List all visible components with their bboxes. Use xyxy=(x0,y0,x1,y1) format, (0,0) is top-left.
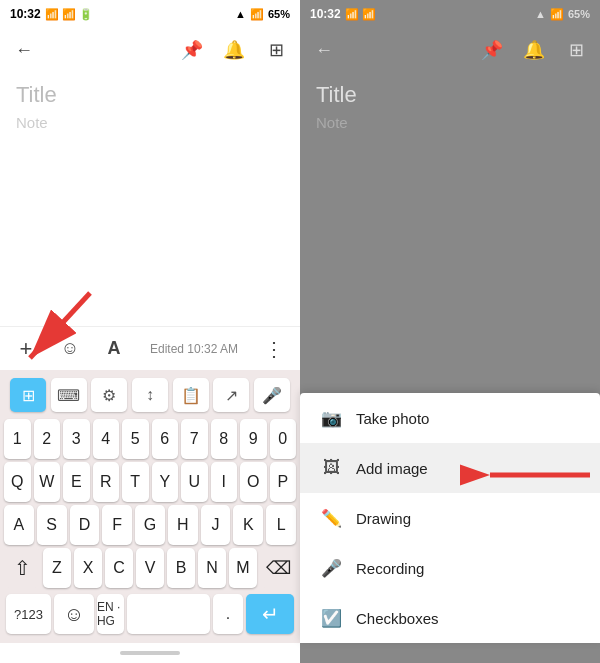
delete-key[interactable]: ⌫ xyxy=(260,548,296,588)
key-j[interactable]: J xyxy=(201,505,231,545)
menu-item-add-image[interactable]: 🖼 Add image xyxy=(300,443,600,493)
right-toolbar: ← 📌 🔔 ⊞ xyxy=(300,28,600,72)
key-4[interactable]: 4 xyxy=(93,419,120,459)
key-1[interactable]: 1 xyxy=(4,419,31,459)
left-note-content: Title Note xyxy=(0,72,300,326)
back-button[interactable]: ← xyxy=(10,36,38,64)
key-u[interactable]: U xyxy=(181,462,208,502)
key-a[interactable]: A xyxy=(4,505,34,545)
key-9[interactable]: 9 xyxy=(240,419,267,459)
keyboard-resize-icon[interactable]: ↕ xyxy=(132,378,168,412)
key-i[interactable]: I xyxy=(211,462,238,502)
keyboard-grid-icon[interactable]: ⊞ xyxy=(10,378,46,412)
emoji-button[interactable]: ☺ xyxy=(56,335,84,363)
more-options-button[interactable]: ⊞ xyxy=(262,36,290,64)
handle-bar xyxy=(120,651,180,655)
left-note-toolbar: + ☺ A Edited 10:32 AM ⋮ xyxy=(0,326,300,370)
enter-key[interactable]: ↵ xyxy=(246,594,294,634)
right-status-icons: 📶 📶 xyxy=(345,8,376,21)
key-x[interactable]: X xyxy=(74,548,102,588)
key-v[interactable]: V xyxy=(136,548,164,588)
num-key[interactable]: ?123 xyxy=(6,594,51,634)
key-g[interactable]: G xyxy=(135,505,165,545)
right-note-body: Note xyxy=(316,114,584,131)
pin-button[interactable]: 📌 xyxy=(178,36,206,64)
menu-item-checkboxes[interactable]: ☑️ Checkboxes xyxy=(300,593,600,643)
recording-icon: 🎤 xyxy=(320,557,342,579)
add-image-icon: 🖼 xyxy=(320,457,342,479)
left-panel: 10:32 📶 📶 🔋 ▲ 📶 65% ← 📌 🔔 ⊞ Title Note xyxy=(0,0,300,663)
checkboxes-icon: ☑️ xyxy=(320,607,342,629)
key-p[interactable]: P xyxy=(270,462,297,502)
key-c[interactable]: C xyxy=(105,548,133,588)
left-time: 10:32 xyxy=(10,7,41,21)
text-format-button[interactable]: A xyxy=(100,335,128,363)
key-o[interactable]: O xyxy=(240,462,267,502)
key-5[interactable]: 5 xyxy=(122,419,149,459)
lang-key[interactable]: EN · HG xyxy=(97,594,125,634)
left-note-toolbar-left: + ☺ A xyxy=(12,335,128,363)
key-t[interactable]: T xyxy=(122,462,149,502)
right-note-title: Title xyxy=(316,82,584,108)
key-7[interactable]: 7 xyxy=(181,419,208,459)
left-note-title: Title xyxy=(16,82,284,108)
keyboard-qwerty-row: Q W E R T Y U I O P xyxy=(2,462,298,502)
key-d[interactable]: D xyxy=(70,505,100,545)
key-s[interactable]: S xyxy=(37,505,67,545)
keyboard-share-icon[interactable]: ↗ xyxy=(213,378,249,412)
reminder-button[interactable]: 🔔 xyxy=(220,36,248,64)
keyboard: ⊞ ⌨ ⚙ ↕ 📋 ↗ 🎤 1 2 3 4 5 6 7 8 9 0 Q W E … xyxy=(0,370,300,643)
right-reminder-button[interactable]: 🔔 xyxy=(520,36,548,64)
drawing-icon: ✏️ xyxy=(320,507,342,529)
keyboard-mic-icon[interactable]: 🎤 xyxy=(254,378,290,412)
shift-key[interactable]: ⇧ xyxy=(4,548,40,588)
key-3[interactable]: 3 xyxy=(63,419,90,459)
take-photo-icon: 📷 xyxy=(320,407,342,429)
drawing-label: Drawing xyxy=(356,510,411,527)
left-battery: 65% xyxy=(268,8,290,20)
period-key[interactable]: . xyxy=(213,594,243,634)
right-signal: 📶 xyxy=(550,8,564,21)
key-b[interactable]: B xyxy=(167,548,195,588)
menu-item-drawing[interactable]: ✏️ Drawing xyxy=(300,493,600,543)
right-panel: 10:32 📶 📶 ▲ 📶 65% ← 📌 🔔 ⊞ Title Note xyxy=(300,0,600,663)
key-w[interactable]: W xyxy=(34,462,61,502)
key-k[interactable]: K xyxy=(233,505,263,545)
take-photo-label: Take photo xyxy=(356,410,429,427)
key-m[interactable]: M xyxy=(229,548,257,588)
keyboard-clipboard-icon[interactable]: 📋 xyxy=(173,378,209,412)
key-h[interactable]: H xyxy=(168,505,198,545)
right-more-button[interactable]: ⊞ xyxy=(562,36,590,64)
key-y[interactable]: Y xyxy=(152,462,179,502)
left-signal-icon: 📶 xyxy=(250,8,264,21)
key-2[interactable]: 2 xyxy=(34,419,61,459)
right-battery: 65% xyxy=(568,8,590,20)
keyboard-layout-icon[interactable]: ⌨ xyxy=(51,378,87,412)
space-key[interactable] xyxy=(127,594,210,634)
keyboard-bottom-row: ?123 ☺ EN · HG . ↵ xyxy=(2,591,298,637)
left-status-right: ▲ 📶 65% xyxy=(235,8,290,21)
edited-timestamp: Edited 10:32 AM xyxy=(150,342,238,356)
key-f[interactable]: F xyxy=(102,505,132,545)
menu-item-take-photo[interactable]: 📷 Take photo xyxy=(300,393,600,443)
key-0[interactable]: 0 xyxy=(270,419,297,459)
key-l[interactable]: L xyxy=(266,505,296,545)
key-8[interactable]: 8 xyxy=(211,419,238,459)
emoji-key[interactable]: ☺ xyxy=(54,594,94,634)
right-pin-button[interactable]: 📌 xyxy=(478,36,506,64)
more-button[interactable]: ⋮ xyxy=(260,335,288,363)
right-back-button[interactable]: ← xyxy=(310,36,338,64)
right-toolbar-left: ← xyxy=(310,36,338,64)
key-6[interactable]: 6 xyxy=(152,419,179,459)
add-content-button[interactable]: + xyxy=(12,335,40,363)
key-q[interactable]: Q xyxy=(4,462,31,502)
key-z[interactable]: Z xyxy=(43,548,71,588)
key-n[interactable]: N xyxy=(198,548,226,588)
key-r[interactable]: R xyxy=(93,462,120,502)
menu-item-recording[interactable]: 🎤 Recording xyxy=(300,543,600,593)
left-note-body: Note xyxy=(16,114,284,131)
key-e[interactable]: E xyxy=(63,462,90,502)
keyboard-top-row: ⊞ ⌨ ⚙ ↕ 📋 ↗ 🎤 xyxy=(2,374,298,416)
status-time-area: 10:32 📶 📶 🔋 xyxy=(10,7,93,21)
keyboard-settings-icon[interactable]: ⚙ xyxy=(91,378,127,412)
